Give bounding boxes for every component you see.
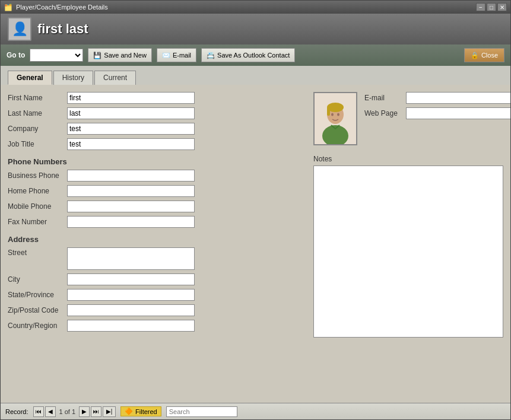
add-record-button[interactable]: ▶| — [103, 406, 116, 417]
city-row: City — [8, 273, 304, 285]
next-record-button[interactable]: ▶ — [79, 406, 90, 417]
window-close-button[interactable]: ✕ — [497, 3, 507, 11]
svg-point-5 — [331, 113, 334, 116]
web-page-label: Web Page — [364, 109, 406, 117]
save-new-icon: 💾 — [93, 52, 101, 59]
street-label: Street — [8, 247, 67, 257]
email-input[interactable] — [406, 92, 510, 104]
company-label: Company — [8, 125, 67, 133]
email-web: E-mail Web Page — [364, 92, 510, 123]
last-record-button[interactable]: ⏭ — [91, 406, 101, 417]
city-label: City — [8, 275, 67, 284]
record-count: 1 of 1 — [57, 408, 78, 415]
title-bar-controls: − □ ✕ — [476, 3, 507, 11]
outlook-icon: 📇 — [207, 52, 215, 59]
person-icon: 👤 — [12, 21, 28, 37]
business-phone-label: Business Phone — [8, 171, 67, 180]
prev-record-button[interactable]: ◀ — [45, 406, 56, 417]
header-icon: 👤 — [8, 17, 31, 41]
tabs: General History Current — [1, 66, 510, 85]
zip-input[interactable] — [67, 304, 195, 316]
record-title: first last — [37, 21, 88, 37]
street-row: Street — [8, 247, 304, 270]
notes-textarea[interactable] — [313, 166, 503, 338]
fax-number-label: Fax Number — [8, 218, 67, 226]
zip-row: Zip/Postal Code — [8, 304, 304, 316]
state-row: State/Province — [8, 289, 304, 301]
first-name-label: First Name — [8, 94, 67, 102]
first-name-row: First Name — [8, 92, 304, 104]
record-label: Record: — [5, 408, 28, 415]
street-input[interactable] — [67, 247, 195, 270]
svg-point-6 — [337, 113, 339, 116]
right-top: E-mail Web Page — [313, 92, 503, 150]
save-new-button[interactable]: 💾 Save and New — [88, 48, 152, 62]
mobile-phone-label: Mobile Phone — [8, 202, 67, 211]
tab-history[interactable]: History — [53, 71, 93, 85]
job-title-label: Job Title — [8, 140, 67, 148]
main-grid: First Name Last Name Company Job Title P… — [8, 92, 503, 339]
home-phone-row: Home Phone — [8, 185, 304, 197]
email-row: E-mail — [364, 92, 510, 104]
business-phone-row: Business Phone — [8, 170, 304, 182]
mobile-phone-input[interactable] — [67, 201, 195, 212]
notes-section: Notes — [313, 155, 503, 339]
toolbar: Go to 💾 Save and New ✉️ E-mail 📇 Save As… — [1, 44, 510, 66]
search-input[interactable] — [166, 406, 237, 417]
title-bar-left: 🗂️ Player/Coach/Employee Details — [4, 4, 108, 11]
web-page-row: Web Page — [364, 107, 510, 119]
zip-label: Zip/Postal Code — [8, 306, 67, 314]
goto-combo[interactable] — [30, 49, 83, 62]
company-row: Company — [8, 123, 304, 135]
last-name-row: Last Name — [8, 107, 304, 119]
last-name-label: Last Name — [8, 109, 67, 117]
business-phone-input[interactable] — [67, 170, 195, 182]
maximize-button[interactable]: □ — [487, 3, 496, 11]
city-input[interactable] — [67, 273, 195, 285]
content-area: First Name Last Name Company Job Title P… — [1, 85, 510, 403]
main-window: 🗂️ Player/Coach/Employee Details − □ ✕ 👤… — [0, 0, 511, 420]
country-row: Country/Region — [8, 320, 304, 332]
left-panel: First Name Last Name Company Job Title P… — [8, 92, 304, 339]
window-title: Player/Coach/Employee Details — [16, 4, 108, 11]
fax-number-row: Fax Number — [8, 216, 304, 228]
address-section-title: Address — [8, 235, 304, 244]
title-bar: 🗂️ Player/Coach/Employee Details − □ ✕ — [1, 1, 510, 14]
email-label: E-mail — [364, 94, 406, 102]
phone-section-title: Phone Numbers — [8, 157, 304, 166]
first-record-button[interactable]: ⏮ — [33, 406, 44, 417]
first-name-input[interactable] — [67, 92, 195, 104]
photo-box — [313, 92, 357, 145]
fax-number-input[interactable] — [67, 216, 195, 228]
right-panel: E-mail Web Page Notes — [313, 92, 503, 339]
country-input[interactable] — [67, 320, 195, 332]
filter-icon: 🔶 — [125, 408, 133, 415]
filtered-badge: 🔶 Filtered — [120, 406, 161, 416]
tab-current[interactable]: Current — [94, 71, 136, 85]
company-input[interactable] — [67, 123, 195, 135]
outlook-button[interactable]: 📇 Save As Outlook Contact — [201, 48, 295, 62]
home-phone-input[interactable] — [67, 185, 195, 197]
state-input[interactable] — [67, 289, 195, 301]
mobile-phone-row: Mobile Phone — [8, 201, 304, 212]
email-button[interactable]: ✉️ E-mail — [157, 48, 196, 62]
app-icon: 🗂️ — [4, 4, 12, 11]
email-icon: ✉️ — [162, 52, 170, 59]
web-page-input[interactable] — [406, 107, 510, 119]
header: 👤 first last — [1, 14, 510, 44]
close-button[interactable]: 🔒 Close — [464, 48, 504, 62]
home-phone-label: Home Phone — [8, 187, 67, 195]
last-name-input[interactable] — [67, 107, 195, 119]
job-title-row: Job Title — [8, 138, 304, 150]
notes-label: Notes — [313, 155, 503, 163]
country-label: Country/Region — [8, 322, 67, 330]
job-title-input[interactable] — [67, 138, 195, 150]
state-label: State/Province — [8, 291, 67, 299]
nav-controls: ⏮ ◀ 1 of 1 ▶ ⏭ ▶| — [33, 406, 116, 417]
tab-general[interactable]: General — [8, 71, 52, 85]
close-icon: 🔒 — [471, 52, 479, 59]
goto-label: Go to — [7, 51, 25, 59]
minimize-button[interactable]: − — [476, 3, 485, 11]
svg-rect-4 — [327, 107, 330, 116]
avatar-image — [315, 93, 356, 144]
